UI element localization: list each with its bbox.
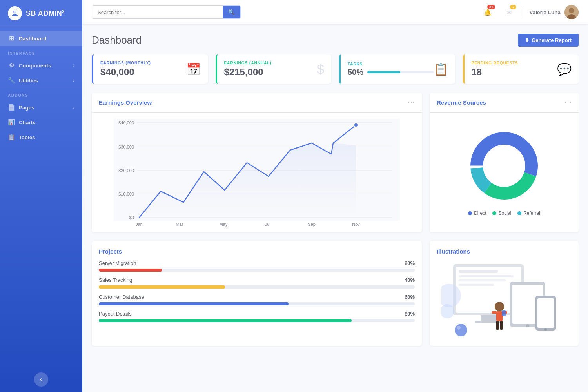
illustrations-title: Illustrations	[437, 248, 572, 255]
legend-direct: Direct	[468, 211, 486, 216]
earnings-chart-body: $40,000 $30,000 $20,000 $10,000 $0 Jan M…	[92, 113, 422, 232]
sidebar-item-label: Dashboard	[19, 36, 47, 42]
sidebar-item-charts[interactable]: 📊 Charts	[0, 115, 82, 130]
svg-point-33	[526, 324, 529, 327]
progress-fill	[99, 269, 162, 272]
sidebar-item-pages[interactable]: 📄 Pages ›	[0, 100, 82, 115]
legend-label-direct: Direct	[474, 211, 486, 216]
card-value: 50%	[348, 68, 363, 77]
card-label: EARNINGS (ANNUAL)	[224, 61, 272, 65]
svg-rect-46	[500, 321, 503, 330]
brand-name: SB ADMIN2	[26, 9, 65, 18]
project-name: Server Migration	[99, 260, 136, 266]
illustrations-card: Illustrations	[430, 241, 579, 346]
svg-point-22	[354, 123, 358, 127]
project-percent: 40%	[405, 277, 415, 283]
projects-card: Projects Server Migration 20% Sales Trac…	[92, 241, 422, 346]
svg-text:$0: $0	[129, 215, 134, 220]
svg-point-1	[14, 11, 16, 13]
svg-text:$30,000: $30,000	[118, 145, 134, 149]
search-button[interactable]: 🔍	[223, 6, 240, 18]
project-progress-bar	[99, 269, 415, 272]
card-icon-dollar: $	[317, 62, 324, 77]
collapse-button[interactable]: ‹	[34, 372, 48, 387]
svg-rect-44	[496, 311, 503, 321]
card-tasks: TASKS 50% 📋	[339, 54, 455, 84]
sidebar-item-dashboard[interactable]: ⊞ Dashboard	[0, 31, 82, 46]
svg-rect-40	[459, 284, 494, 286]
svg-rect-35	[537, 298, 554, 328]
project-name: Payout Details	[99, 311, 132, 317]
card-earnings-annual: EARNINGS (ANNUAL) $215,000 $	[216, 54, 332, 84]
user-menu[interactable]: Valerie Luna	[529, 5, 579, 19]
project-progress-bar	[99, 285, 415, 289]
sidebar-brand[interactable]: SB ADMIN2	[0, 0, 82, 27]
card-pending-requests: PENDING REQUESTS 18 💬	[463, 54, 579, 84]
search-input[interactable]	[92, 6, 223, 18]
card-icon-calendar: 📅	[186, 62, 201, 76]
earnings-overview-card: Earnings Overview ⋯	[92, 93, 422, 232]
svg-text:$20,000: $20,000	[118, 168, 134, 173]
svg-text:Jan: Jan	[136, 222, 143, 227]
illustration-svg	[441, 260, 567, 339]
chart-menu-icon[interactable]: ⋯	[564, 98, 572, 107]
svg-point-36	[544, 328, 547, 331]
sidebar-item-label: Charts	[19, 120, 36, 125]
svg-text:Jul: Jul	[265, 222, 270, 227]
chevron-right-icon: ›	[73, 63, 74, 68]
card-label: EARNINGS (MONTHLY)	[100, 61, 151, 65]
legend-label-referral: Referral	[523, 211, 540, 216]
legend-referral: Referral	[517, 211, 540, 216]
charts-icon: 📊	[8, 119, 15, 126]
chevron-right-icon: ›	[73, 78, 74, 83]
search-icon: 🔍	[228, 9, 235, 15]
svg-text:Sep: Sep	[308, 222, 316, 227]
project-item-customer-database: Customer Database 60%	[99, 294, 415, 305]
card-info: EARNINGS (ANNUAL) $215,000	[224, 61, 272, 78]
card-info: TASKS 50%	[348, 62, 434, 77]
legend-dot-social	[492, 211, 496, 215]
project-name: Sales Tracking	[99, 277, 132, 283]
revenue-chart-title: Revenue Sources	[437, 99, 486, 106]
svg-text:$10,000: $10,000	[118, 192, 134, 196]
project-item-payout-details: Payout Details 80%	[99, 311, 415, 322]
progress-fill	[99, 319, 352, 322]
card-earnings-monthly: EARNINGS (MONTHLY) $40,000 📅	[92, 54, 208, 84]
task-progress: 50%	[348, 68, 434, 77]
project-progress-bar	[99, 319, 415, 322]
pages-icon: 📄	[8, 104, 15, 111]
card-label: PENDING REQUESTS	[472, 61, 518, 65]
card-value: $215,000	[224, 67, 272, 78]
summary-cards: EARNINGS (MONTHLY) $40,000 📅 EARNINGS (A…	[92, 54, 579, 84]
envelope-icon: ✉	[506, 9, 512, 16]
svg-rect-45	[496, 321, 499, 330]
chevron-right-icon: ›	[73, 105, 74, 110]
sidebar-collapse[interactable]: ‹	[0, 367, 82, 392]
page-content: Dashboard ⬇ Generate Report EARNINGS (MO…	[82, 24, 588, 392]
section-label-interface: INTERFACE	[0, 46, 82, 58]
svg-rect-29	[481, 315, 496, 321]
svg-rect-49	[502, 310, 506, 316]
generate-report-button[interactable]: ⬇ Generate Report	[518, 34, 579, 47]
line-chart-container: $40,000 $30,000 $20,000 $10,000 $0 Jan M…	[99, 119, 415, 229]
card-info: EARNINGS (MONTHLY) $40,000	[100, 61, 151, 78]
topbar-divider	[523, 7, 523, 18]
progress-fill	[99, 302, 289, 305]
sidebar-item-utilities[interactable]: 🔧 Utilities ›	[0, 73, 82, 88]
legend-dot-referral	[517, 211, 521, 215]
svg-rect-47	[492, 311, 497, 314]
charts-row: Earnings Overview ⋯	[92, 93, 579, 232]
sidebar-item-components[interactable]: ⚙ Components ›	[0, 58, 82, 73]
svg-text:May: May	[220, 222, 228, 227]
svg-rect-39	[459, 279, 506, 281]
chart-menu-icon[interactable]: ⋯	[408, 98, 415, 107]
sidebar-item-tables[interactable]: 📋 Tables	[0, 130, 82, 145]
notifications-button[interactable]: 🔔 3+	[480, 5, 495, 20]
svg-point-3	[569, 8, 574, 13]
project-percent: 60%	[405, 294, 415, 300]
messages-button[interactable]: ✉ 7	[501, 5, 516, 20]
project-percent: 80%	[405, 311, 415, 317]
svg-text:Mar: Mar	[176, 222, 183, 227]
line-chart-svg: $40,000 $30,000 $20,000 $10,000 $0 Jan M…	[99, 119, 415, 229]
section-label-addons: ADDONS	[0, 88, 82, 100]
